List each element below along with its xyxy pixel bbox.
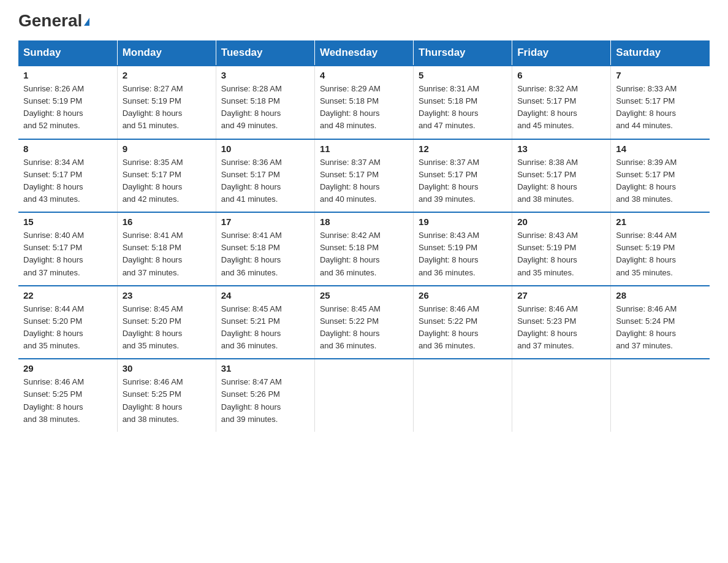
day-info: Sunrise: 8:38 AMSunset: 5:17 PMDaylight:… [517, 156, 605, 206]
day-number: 15 [23, 216, 112, 227]
day-info: Sunrise: 8:47 AMSunset: 5:26 PMDaylight:… [221, 376, 309, 426]
day-number: 26 [419, 290, 507, 301]
day-info: Sunrise: 8:46 AMSunset: 5:23 PMDaylight:… [517, 303, 605, 353]
day-number: 29 [23, 363, 112, 373]
day-number: 3 [221, 70, 309, 80]
day-info: Sunrise: 8:43 AMSunset: 5:19 PMDaylight:… [517, 229, 605, 279]
day-number: 9 [123, 144, 211, 154]
day-info: Sunrise: 8:45 AMSunset: 5:20 PMDaylight:… [123, 303, 211, 353]
calendar-day-cell: 23 Sunrise: 8:45 AMSunset: 5:20 PMDaylig… [117, 286, 216, 359]
calendar-day-cell: 17 Sunrise: 8:41 AMSunset: 5:18 PMDaylig… [216, 212, 314, 286]
day-info: Sunrise: 8:41 AMSunset: 5:18 PMDaylight:… [123, 229, 211, 279]
calendar-day-cell: 11 Sunrise: 8:37 AMSunset: 5:17 PMDaylig… [314, 139, 413, 213]
calendar-day-cell: 12 Sunrise: 8:37 AMSunset: 5:17 PMDaylig… [414, 139, 512, 213]
calendar-day-cell: 19 Sunrise: 8:43 AMSunset: 5:19 PMDaylig… [414, 212, 512, 286]
calendar-day-cell: 20 Sunrise: 8:43 AMSunset: 5:19 PMDaylig… [512, 212, 611, 286]
day-number: 31 [221, 363, 309, 373]
day-number: 7 [616, 70, 705, 80]
weekday-header: Saturday [611, 40, 710, 66]
calendar-day-cell: 26 Sunrise: 8:46 AMSunset: 5:22 PMDaylig… [414, 286, 512, 359]
calendar-day-cell [314, 359, 413, 432]
day-number: 5 [419, 70, 507, 80]
day-info: Sunrise: 8:46 AMSunset: 5:24 PMDaylight:… [616, 303, 705, 353]
day-number: 25 [320, 290, 408, 301]
calendar-day-cell: 31 Sunrise: 8:47 AMSunset: 5:26 PMDaylig… [216, 359, 314, 432]
day-info: Sunrise: 8:46 AMSunset: 5:25 PMDaylight:… [123, 376, 211, 426]
day-number: 17 [221, 216, 309, 227]
day-info: Sunrise: 8:44 AMSunset: 5:20 PMDaylight:… [23, 303, 112, 353]
day-info: Sunrise: 8:41 AMSunset: 5:18 PMDaylight:… [221, 229, 309, 279]
day-number: 20 [517, 216, 605, 227]
weekday-header: Friday [512, 40, 611, 66]
calendar-day-cell: 4 Sunrise: 8:29 AMSunset: 5:18 PMDayligh… [314, 66, 413, 139]
calendar-day-cell: 10 Sunrise: 8:36 AMSunset: 5:17 PMDaylig… [216, 139, 314, 213]
day-info: Sunrise: 8:31 AMSunset: 5:18 PMDaylight:… [419, 83, 507, 132]
day-number: 10 [221, 144, 309, 154]
weekday-header: Thursday [414, 40, 512, 66]
calendar-day-cell: 25 Sunrise: 8:45 AMSunset: 5:22 PMDaylig… [314, 286, 413, 359]
calendar-day-cell: 6 Sunrise: 8:32 AMSunset: 5:17 PMDayligh… [512, 66, 611, 139]
calendar-day-cell: 18 Sunrise: 8:42 AMSunset: 5:18 PMDaylig… [314, 212, 413, 286]
weekday-header: Wednesday [314, 40, 413, 66]
day-info: Sunrise: 8:40 AMSunset: 5:17 PMDaylight:… [23, 229, 112, 279]
day-number: 23 [123, 290, 211, 301]
day-number: 24 [221, 290, 309, 301]
calendar-header: SundayMondayTuesdayWednesdayThursdayFrid… [18, 40, 710, 66]
calendar-day-cell: 7 Sunrise: 8:33 AMSunset: 5:17 PMDayligh… [611, 66, 710, 139]
day-number: 19 [419, 216, 507, 227]
calendar-body: 1 Sunrise: 8:26 AMSunset: 5:19 PMDayligh… [18, 66, 710, 432]
day-info: Sunrise: 8:27 AMSunset: 5:19 PMDaylight:… [123, 83, 211, 132]
calendar-day-cell [414, 359, 512, 432]
calendar-day-cell: 15 Sunrise: 8:40 AMSunset: 5:17 PMDaylig… [18, 212, 117, 286]
calendar-day-cell: 3 Sunrise: 8:28 AMSunset: 5:18 PMDayligh… [216, 66, 314, 139]
day-info: Sunrise: 8:35 AMSunset: 5:17 PMDaylight:… [123, 156, 211, 206]
weekday-header: Monday [117, 40, 216, 66]
day-number: 27 [517, 290, 605, 301]
calendar-day-cell [512, 359, 611, 432]
day-info: Sunrise: 8:46 AMSunset: 5:25 PMDaylight:… [23, 376, 112, 426]
day-number: 28 [616, 290, 705, 301]
weekday-header: Tuesday [216, 40, 314, 66]
day-info: Sunrise: 8:28 AMSunset: 5:18 PMDaylight:… [221, 83, 309, 132]
page-header: General [18, 12, 710, 28]
calendar-day-cell: 14 Sunrise: 8:39 AMSunset: 5:17 PMDaylig… [611, 139, 710, 213]
calendar-day-cell [611, 359, 710, 432]
calendar-day-cell: 24 Sunrise: 8:45 AMSunset: 5:21 PMDaylig… [216, 286, 314, 359]
calendar-week-row: 22 Sunrise: 8:44 AMSunset: 5:20 PMDaylig… [18, 286, 710, 359]
calendar-day-cell: 13 Sunrise: 8:38 AMSunset: 5:17 PMDaylig… [512, 139, 611, 213]
day-info: Sunrise: 8:44 AMSunset: 5:19 PMDaylight:… [616, 229, 705, 279]
day-number: 13 [517, 144, 605, 154]
calendar-week-row: 1 Sunrise: 8:26 AMSunset: 5:19 PMDayligh… [18, 66, 710, 139]
logo-text: General [18, 12, 89, 29]
calendar-day-cell: 30 Sunrise: 8:46 AMSunset: 5:25 PMDaylig… [117, 359, 216, 432]
calendar-day-cell: 5 Sunrise: 8:31 AMSunset: 5:18 PMDayligh… [414, 66, 512, 139]
calendar-day-cell: 22 Sunrise: 8:44 AMSunset: 5:20 PMDaylig… [18, 286, 117, 359]
day-info: Sunrise: 8:33 AMSunset: 5:17 PMDaylight:… [616, 83, 705, 132]
calendar-day-cell: 29 Sunrise: 8:46 AMSunset: 5:25 PMDaylig… [18, 359, 117, 432]
day-number: 6 [517, 70, 605, 80]
day-number: 8 [23, 144, 112, 154]
day-info: Sunrise: 8:36 AMSunset: 5:17 PMDaylight:… [221, 156, 309, 206]
day-info: Sunrise: 8:34 AMSunset: 5:17 PMDaylight:… [23, 156, 112, 206]
day-number: 11 [320, 144, 408, 154]
day-info: Sunrise: 8:42 AMSunset: 5:18 PMDaylight:… [320, 229, 408, 279]
calendar-week-row: 15 Sunrise: 8:40 AMSunset: 5:17 PMDaylig… [18, 212, 710, 286]
day-number: 21 [616, 216, 705, 227]
day-number: 16 [123, 216, 211, 227]
calendar-day-cell: 2 Sunrise: 8:27 AMSunset: 5:19 PMDayligh… [117, 66, 216, 139]
calendar-day-cell: 16 Sunrise: 8:41 AMSunset: 5:18 PMDaylig… [117, 212, 216, 286]
calendar-week-row: 8 Sunrise: 8:34 AMSunset: 5:17 PMDayligh… [18, 139, 710, 213]
day-number: 4 [320, 70, 408, 80]
calendar-day-cell: 1 Sunrise: 8:26 AMSunset: 5:19 PMDayligh… [18, 66, 117, 139]
day-info: Sunrise: 8:45 AMSunset: 5:22 PMDaylight:… [320, 303, 408, 353]
day-number: 22 [23, 290, 112, 301]
day-info: Sunrise: 8:29 AMSunset: 5:18 PMDaylight:… [320, 83, 408, 132]
calendar-day-cell: 28 Sunrise: 8:46 AMSunset: 5:24 PMDaylig… [611, 286, 710, 359]
day-info: Sunrise: 8:45 AMSunset: 5:21 PMDaylight:… [221, 303, 309, 353]
logo: General [18, 12, 89, 28]
calendar-day-cell: 21 Sunrise: 8:44 AMSunset: 5:19 PMDaylig… [611, 212, 710, 286]
day-number: 2 [123, 70, 211, 80]
day-info: Sunrise: 8:32 AMSunset: 5:17 PMDaylight:… [517, 83, 605, 132]
calendar-day-cell: 9 Sunrise: 8:35 AMSunset: 5:17 PMDayligh… [117, 139, 216, 213]
day-info: Sunrise: 8:26 AMSunset: 5:19 PMDaylight:… [23, 83, 112, 132]
